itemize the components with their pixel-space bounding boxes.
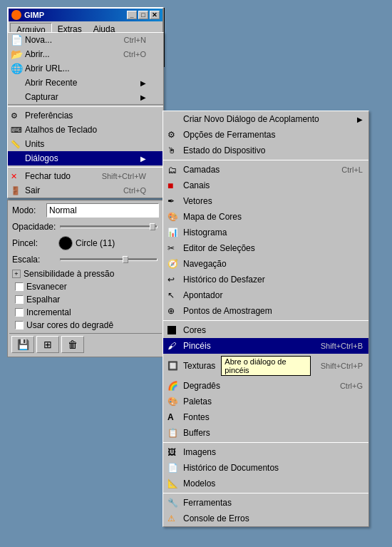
pontos-icon: ⊕ bbox=[167, 306, 175, 316]
submenu-canais[interactable]: ■ Canais bbox=[163, 178, 368, 193]
units-icon: 📏 bbox=[11, 140, 21, 149]
opacity-slider[interactable] bbox=[60, 225, 158, 228]
sub-sep-2 bbox=[163, 320, 368, 321]
hist-icon: ↩ bbox=[167, 275, 175, 285]
apontador-label: Apontador bbox=[183, 290, 222, 300]
menu-atalhos[interactable]: ⌨ Atalhos de Teclado bbox=[8, 123, 163, 137]
estado-icon: 🖱 bbox=[167, 145, 176, 155]
submenu-ferramentas[interactable]: 🔧 Ferramentas bbox=[163, 495, 368, 511]
separator-1 bbox=[8, 106, 163, 107]
espalhar-label: Espalhar bbox=[26, 295, 60, 305]
submenu-pinceis[interactable]: 🖌 Pincéis Shift+Ctrl+B bbox=[163, 338, 368, 354]
grid-button[interactable]: ⊞ bbox=[36, 336, 59, 353]
console-label: Console de Erros bbox=[183, 513, 249, 523]
brush-preview bbox=[58, 236, 73, 250]
scale-label: Escala: bbox=[12, 255, 58, 265]
espalhar-row: Espalhar bbox=[9, 293, 162, 306]
menu-capturar[interactable]: Capturar ▶ bbox=[8, 90, 163, 105]
paletas-label: Paletas bbox=[183, 397, 212, 407]
mapa-cores-label: Mapa de Cores bbox=[183, 212, 242, 222]
brush-label: Pincel: bbox=[12, 238, 58, 248]
submenu-mapa-cores[interactable]: 🎨 Mapa de Cores bbox=[163, 209, 368, 225]
sensitivity-label: Sensibilidade à pressão bbox=[24, 269, 114, 279]
save-button[interactable]: 💾 bbox=[11, 336, 34, 353]
histograma-label: Histograma bbox=[183, 228, 227, 237]
modelos-icon: 📐 bbox=[167, 479, 178, 489]
separator-2 bbox=[8, 167, 163, 168]
submenu-navegacao[interactable]: 🧭 Navegação bbox=[163, 256, 368, 272]
pref-icon: ⚙ bbox=[11, 111, 18, 121]
submenu-hist-docs[interactable]: 📄 Histórico de Documentos bbox=[163, 460, 368, 476]
sair-icon: 🚪 bbox=[11, 186, 21, 195]
menu-sair[interactable]: 🚪 Sair Ctrl+Q bbox=[8, 183, 163, 198]
atalhos-icon: ⌨ bbox=[11, 126, 22, 135]
criar-novo-label: Criar Novo Diálogo de Acoplamento bbox=[183, 114, 319, 124]
close-button[interactable]: ✕ bbox=[150, 11, 160, 19]
incremental-row: Incremental bbox=[9, 306, 162, 319]
submenu-criar-novo[interactable]: Criar Novo Diálogo de Acoplamento ▶ bbox=[163, 111, 368, 127]
canais-icon: ■ bbox=[167, 180, 173, 191]
mode-input[interactable] bbox=[46, 203, 159, 218]
degradê-row: Usar cores do degradê bbox=[9, 319, 162, 332]
menu-units[interactable]: 📏 Units bbox=[8, 137, 163, 151]
submenu-estado-dispositivo[interactable]: 🖱 Estado do Dispositivo bbox=[163, 143, 368, 158]
menu-abrir-recente[interactable]: Abrir Recente ▶ bbox=[8, 76, 163, 90]
delete-button[interactable]: 🗑 bbox=[61, 336, 84, 353]
apontador-icon: ↖ bbox=[167, 290, 175, 300]
espalhar-checkbox[interactable] bbox=[15, 295, 24, 304]
window-title: GIMP bbox=[24, 11, 44, 19]
estado-label: Estado do Dispositivo bbox=[183, 145, 265, 155]
gimp-icon bbox=[11, 10, 21, 20]
submenu-histograma[interactable]: 📊 Histograma bbox=[163, 225, 368, 240]
scale-thumb[interactable] bbox=[123, 256, 128, 263]
ferramentas-label: Ferramentas bbox=[183, 498, 232, 508]
degrades-icon: 🌈 bbox=[167, 381, 178, 391]
submenu-apontador[interactable]: ↖ Apontador bbox=[163, 287, 368, 303]
degrades-label: Degradês bbox=[183, 381, 220, 391]
submenu-imagens[interactable]: 🖼 Imagens bbox=[163, 444, 368, 460]
paletas-icon: 🎨 bbox=[167, 397, 178, 407]
submenu-camadas[interactable]: 🗂 Camadas Ctrl+L bbox=[163, 162, 368, 178]
submenu-paletas[interactable]: 🎨 Paletas bbox=[163, 394, 368, 409]
submenu-console-erros[interactable]: ⚠ Console de Erros bbox=[163, 511, 368, 526]
opcoes-ferramentas-label: Opções de Ferramentas bbox=[183, 130, 275, 140]
menu-dialogos[interactable]: Diálogos ▶ bbox=[8, 151, 163, 165]
opacity-thumb[interactable] bbox=[150, 223, 155, 230]
incremental-checkbox[interactable] bbox=[15, 308, 24, 317]
sub-sep-3 bbox=[163, 442, 368, 443]
submenu-pontos[interactable]: ⊕ Pontos de Amostragem bbox=[163, 303, 368, 319]
menu-preferencias[interactable]: ⚙ Preferências bbox=[8, 108, 163, 123]
sub-sep-1 bbox=[163, 160, 368, 160]
menu-abrir-url[interactable]: 🌐 Abrir URL... bbox=[8, 61, 163, 76]
cores-label: Cores bbox=[183, 325, 206, 335]
hist-label: Histórico do Desfazer bbox=[183, 275, 265, 285]
dialogos-arrow: ▶ bbox=[140, 155, 146, 163]
submenu-texturas[interactable]: 🔲 Texturas Abre o diálogo de pincéis Shi… bbox=[163, 354, 368, 378]
submenu-opcoes-ferramentas[interactable]: ⚙ Opções de Ferramentas bbox=[163, 127, 368, 143]
scale-slider[interactable] bbox=[60, 258, 158, 261]
submenu-vetores[interactable]: ✒ Vetores bbox=[163, 193, 368, 209]
submenu-cores[interactable]: Cores bbox=[163, 322, 368, 338]
hist-docs-icon: 📄 bbox=[167, 463, 178, 473]
menu-nova[interactable]: 📄 Nova... Ctrl+N bbox=[8, 33, 163, 47]
maximize-button[interactable]: □ bbox=[138, 11, 148, 19]
submenu-historico-desfazer[interactable]: ↩ Histórico do Desfazer bbox=[163, 272, 368, 287]
menu-fechar-tudo[interactable]: ✕ Fechar tudo Shift+Ctrl+W bbox=[8, 169, 163, 183]
menu-abrir[interactable]: 📂 Abrir... Ctrl+O bbox=[8, 47, 163, 61]
submenu-editor-selecoes[interactable]: ✂ Editor de Seleções bbox=[163, 240, 368, 256]
submenu-modelos[interactable]: 📐 Modelos bbox=[163, 476, 368, 491]
submenu-buffers[interactable]: 📋 Buffers bbox=[163, 425, 368, 441]
camadas-icon: 🗂 bbox=[167, 165, 177, 175]
degradê-checkbox[interactable] bbox=[15, 321, 24, 329]
minimize-button[interactable]: _ bbox=[127, 11, 137, 19]
submenu-degrades[interactable]: 🌈 Degradês Ctrl+G bbox=[163, 378, 368, 394]
bottom-toolbar: 💾 ⊞ 🗑 bbox=[9, 333, 162, 355]
scale-row: Escala: bbox=[9, 252, 162, 267]
esvanecer-checkbox[interactable] bbox=[15, 282, 24, 291]
expand-icon[interactable]: + bbox=[12, 270, 21, 278]
texturas-tooltip: Abre o diálogo de pincéis bbox=[221, 356, 310, 376]
submenu-fontes[interactable]: A Fontes bbox=[163, 409, 368, 425]
arquivo-dropdown: 📄 Nova... Ctrl+N 📂 Abrir... Ctrl+O 🌐 Abr… bbox=[7, 32, 164, 198]
dialogs-submenu: Criar Novo Diálogo de Acoplamento ▶ ⚙ Op… bbox=[163, 111, 369, 527]
vetores-label: Vetores bbox=[183, 196, 212, 206]
